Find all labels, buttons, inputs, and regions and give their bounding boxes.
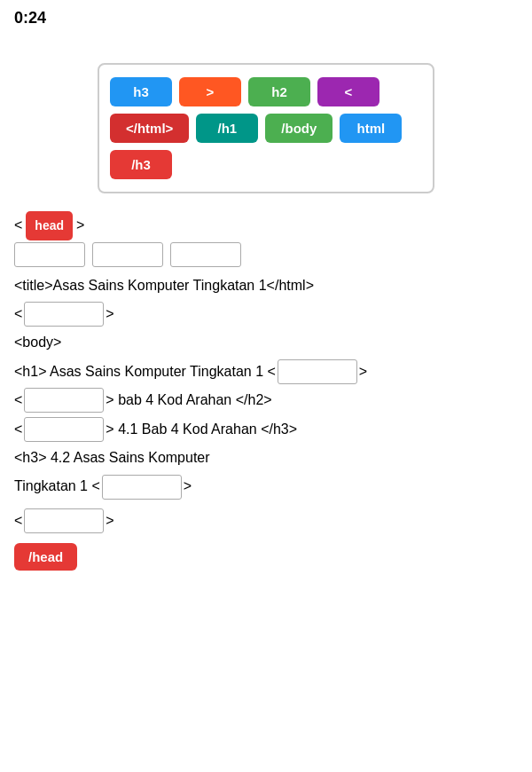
empty-box-1[interactable] bbox=[14, 242, 85, 267]
last-gt: > bbox=[106, 508, 113, 534]
h3-2-text: <h3> 4.2 Asas Sains Komputer bbox=[14, 445, 210, 471]
tingkatan-gt: > bbox=[184, 473, 192, 500]
drag-btn-html[interactable]: html bbox=[340, 114, 402, 143]
h3-lt: < bbox=[14, 416, 22, 443]
h1-closing-box[interactable] bbox=[278, 359, 357, 384]
drag-btn-lt[interactable]: < bbox=[317, 77, 379, 106]
body-tag: <body> bbox=[14, 329, 61, 356]
drag-btn-h3[interactable]: h3 bbox=[110, 77, 172, 106]
drag-btn-close-h3[interactable]: /h3 bbox=[110, 150, 172, 179]
h3-rest: > 4.1 Bab 4 Kod Arahan </h3> bbox=[106, 416, 297, 443]
title-text: <title>Asas Sains Komputer Tingkatan 1</… bbox=[14, 272, 314, 299]
h2-line: < > bab 4 Kod Arahan </h2> bbox=[14, 387, 518, 414]
drag-btn-gt[interactable]: > bbox=[179, 77, 241, 106]
empty-boxes-line bbox=[14, 242, 518, 267]
head-tag-btn[interactable]: head bbox=[26, 211, 73, 240]
content-area: < head > <title>Asas Sains Komputer Ting… bbox=[0, 211, 532, 571]
h3-2-line: <h3> 4.2 Asas Sains Komputer bbox=[14, 445, 518, 471]
close-head-btn[interactable]: /head bbox=[14, 543, 77, 571]
tingkatan-text: Tingkatan 1 < bbox=[14, 473, 100, 500]
last-tag-line: < > bbox=[14, 508, 518, 534]
lt-bracket: < bbox=[14, 301, 22, 327]
close-head-line: /head bbox=[14, 538, 518, 571]
drag-btn-close-body[interactable]: /body bbox=[265, 114, 332, 143]
h1-text: <h1> Asas Sains Komputer Tingkatan 1 < bbox=[14, 358, 276, 385]
last-tag-box[interactable] bbox=[24, 508, 104, 533]
open-tag-line: < > bbox=[14, 301, 518, 327]
tingkatan-box[interactable] bbox=[102, 475, 182, 500]
open-tag-box[interactable] bbox=[24, 302, 104, 327]
empty-box-3[interactable] bbox=[170, 242, 241, 267]
drag-btn-close-h1[interactable]: /h1 bbox=[196, 114, 258, 143]
head-tag-line: < head > bbox=[14, 211, 518, 240]
h2-lt: < bbox=[14, 387, 22, 414]
open-bracket-1: < bbox=[14, 212, 22, 239]
gt-bracket: > bbox=[106, 301, 113, 327]
body-line: <body> bbox=[14, 329, 518, 356]
drag-options-container: h3 > h2 < </html> /h1 /body html /h3 bbox=[98, 63, 434, 193]
drag-btn-close-html[interactable]: </html> bbox=[110, 114, 189, 143]
close-bracket-1: > bbox=[76, 212, 84, 239]
h1-line: <h1> Asas Sains Komputer Tingkatan 1 < > bbox=[14, 358, 518, 385]
title-line: <title>Asas Sains Komputer Tingkatan 1</… bbox=[14, 272, 518, 299]
h2-rest: > bab 4 Kod Arahan </h2> bbox=[106, 387, 271, 414]
h2-tag-box[interactable] bbox=[24, 388, 104, 413]
timer-display: 0:24 bbox=[0, 0, 532, 36]
empty-box-2[interactable] bbox=[92, 242, 163, 267]
last-lt: < bbox=[14, 508, 22, 534]
h3-tag-box[interactable] bbox=[24, 417, 104, 442]
tingkatan-line: Tingkatan 1 < > bbox=[14, 473, 518, 500]
h3-line: < > 4.1 Bab 4 Kod Arahan </h3> bbox=[14, 416, 518, 443]
h1-gt: > bbox=[359, 358, 367, 385]
drag-btn-h2[interactable]: h2 bbox=[248, 77, 310, 106]
